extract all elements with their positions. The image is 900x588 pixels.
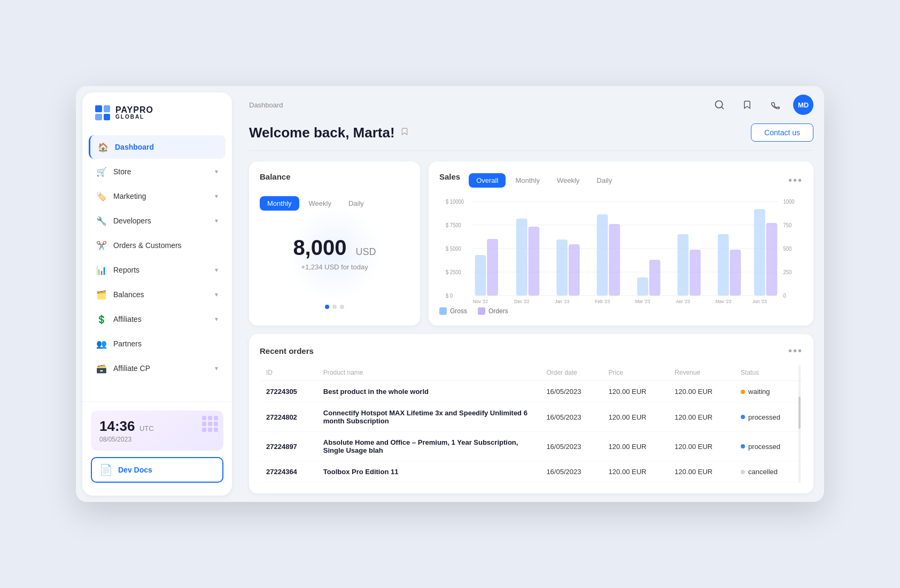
sidebar-item-affiliates[interactable]: 💲 Affiliates ▾	[89, 307, 226, 331]
dev-docs-label: Dev Docs	[118, 466, 152, 474]
order-id: 27224364	[260, 461, 317, 483]
nav-icon-orders: ✂️	[96, 240, 107, 251]
chart-area: $ 10000 $ 7500 $ 5000 $ 2500 $ 0 1000 75…	[439, 196, 803, 303]
nav-icon-reports: 📊	[96, 265, 107, 275]
svg-text:1000: 1000	[783, 199, 795, 205]
sidebar-item-marketing[interactable]: 🏷️ Marketing ▾	[89, 184, 226, 208]
panels-row: Balance Monthly Weekly Daily 8,000 USD	[249, 161, 813, 326]
order-revenue: 120.00 EUR	[668, 432, 734, 461]
bookmark-nav-icon[interactable]	[738, 95, 757, 114]
nav-label-affiliates: Affiliates	[113, 315, 208, 323]
main-content: Dashboard MD	[238, 86, 824, 502]
balance-tab-monthly[interactable]: Monthly	[260, 196, 299, 211]
balance-dot-3	[340, 305, 344, 309]
scrollbar-thumb	[798, 397, 801, 429]
logo-global: GLOBAL	[115, 114, 153, 120]
order-id: 27224802	[260, 403, 317, 432]
table-row[interactable]: 27224305 Best product in the whole world…	[260, 381, 803, 403]
contact-us-button[interactable]: Contact us	[751, 123, 813, 142]
svg-text:Nov '22: Nov '22	[473, 299, 488, 303]
col-product: Product name	[317, 365, 540, 381]
phone-icon[interactable]	[765, 95, 785, 114]
svg-rect-28	[689, 250, 701, 296]
order-date: 16/05/2023	[540, 403, 602, 432]
breadcrumb: Dashboard	[249, 101, 283, 109]
svg-text:Jun '23: Jun '23	[752, 299, 767, 303]
svg-text:$ 10000: $ 10000	[446, 199, 464, 205]
chevron-marketing: ▾	[215, 192, 218, 200]
orders-header: Recent orders •••	[260, 345, 803, 357]
svg-rect-19	[516, 219, 527, 296]
page-header: Welcome back, Marta! Contact us	[249, 123, 813, 151]
svg-text:$ 7500: $ 7500	[446, 222, 461, 228]
svg-text:500: 500	[783, 246, 792, 252]
orders-panel: Recent orders ••• ID Product name Order …	[249, 334, 813, 493]
nav-icon-affiliates: 💲	[96, 314, 107, 324]
sidebar-item-affiliate-cp[interactable]: 🗃️ Affiliate CP ▾	[89, 357, 226, 380]
scrollbar-track[interactable]	[798, 365, 801, 483]
time-value: 14:36	[99, 418, 135, 434]
chevron-balances: ▾	[215, 291, 218, 298]
sales-more-icon[interactable]: •••	[788, 174, 803, 187]
sales-tab-weekly[interactable]: Weekly	[549, 173, 587, 188]
table-row[interactable]: 27224802 Connectify Hotspot MAX Lifetime…	[260, 403, 803, 432]
dev-docs-button[interactable]: 📄 Dev Docs	[91, 457, 223, 483]
nav-icon-store: 🛒	[96, 166, 107, 177]
nav-label-store: Store	[113, 167, 208, 176]
svg-text:Mar '23: Mar '23	[635, 299, 650, 303]
table-row[interactable]: 27224897 Absolute Home and Office – Prem…	[260, 432, 803, 461]
nav-label-reports: Reports	[113, 266, 208, 274]
order-id: 27224897	[260, 432, 317, 461]
svg-text:May '23: May '23	[716, 299, 732, 303]
svg-text:Jan '23: Jan '23	[555, 299, 569, 303]
sidebar-item-developers[interactable]: 🔧 Developers ▾	[89, 209, 226, 233]
chevron-developers: ▾	[215, 217, 218, 225]
sales-chart: $ 10000 $ 7500 $ 5000 $ 2500 $ 0 1000 75…	[445, 196, 797, 303]
time-date: 08/05/2023	[99, 436, 215, 443]
svg-rect-31	[754, 209, 765, 296]
svg-rect-24	[609, 224, 620, 296]
sales-tab-daily[interactable]: Daily	[589, 173, 619, 188]
balance-currency: USD	[356, 246, 376, 257]
legend-gross-dot	[439, 307, 447, 315]
sidebar-item-balances[interactable]: 🗂️ Balances ▾	[89, 283, 226, 306]
balance-dots	[260, 305, 409, 309]
svg-line-1	[721, 107, 724, 109]
legend-orders-dot	[478, 307, 485, 315]
table-row[interactable]: 27224364 Toolbox Pro Edition 11 16/05/20…	[260, 461, 803, 483]
order-date: 16/05/2023	[540, 432, 602, 461]
orders-more-icon[interactable]: •••	[788, 345, 803, 357]
nav-label-marketing: Marketing	[113, 192, 208, 200]
svg-rect-20	[529, 227, 540, 296]
svg-rect-21	[556, 239, 568, 296]
sales-tab-monthly[interactable]: Monthly	[508, 173, 547, 188]
sidebar-item-orders[interactable]: ✂️ Orders & Customers	[89, 234, 226, 257]
svg-text:Feb '23: Feb '23	[595, 299, 610, 303]
svg-text:$ 5000: $ 5000	[446, 246, 461, 252]
sales-tab-overall[interactable]: Overall	[469, 173, 506, 188]
order-revenue: 120.00 EUR	[668, 461, 734, 483]
order-revenue: 120.00 EUR	[668, 381, 734, 403]
sidebar: PAYPRO GLOBAL 🏠 Dashboard 🛒 Store ▾ 🏷️ M…	[82, 92, 232, 496]
svg-rect-23	[597, 214, 608, 296]
sidebar-item-reports[interactable]: 📊 Reports ▾	[89, 258, 226, 282]
sidebar-item-dashboard[interactable]: 🏠 Dashboard	[89, 135, 226, 159]
product-name: Best product in the whole world	[317, 381, 540, 403]
status-dot	[741, 444, 745, 448]
nav-label-dashboard: Dashboard	[115, 143, 218, 151]
svg-text:$ 2500: $ 2500	[446, 269, 461, 275]
time-display: 14:36 UTC	[99, 418, 215, 435]
nav-icon-dashboard: 🏠	[98, 142, 108, 152]
sidebar-item-partners[interactable]: 👥 Partners	[89, 332, 226, 355]
balance-panel: Balance Monthly Weekly Daily 8,000 USD	[249, 161, 420, 326]
search-icon[interactable]	[710, 95, 729, 114]
balance-title: Balance	[260, 172, 291, 181]
nav-label-balances: Balances	[113, 290, 208, 299]
sidebar-item-store[interactable]: 🛒 Store ▾	[89, 160, 226, 183]
balance-subtext: +1,234 USD for today	[301, 263, 368, 271]
nav-icon-affiliate-cp: 🗃️	[96, 363, 107, 374]
svg-rect-26	[649, 260, 661, 296]
status-label: cancelled	[748, 468, 778, 476]
page-bookmark-icon[interactable]	[400, 127, 409, 139]
avatar[interactable]: MD	[793, 95, 813, 115]
